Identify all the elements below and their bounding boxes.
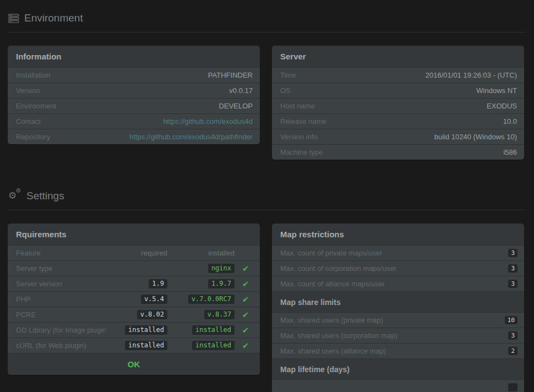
installed-cell: installed: [167, 341, 235, 350]
settings-panels: Rquirements Feature required installed S…: [8, 224, 524, 392]
section-divider: [8, 210, 526, 210]
section-divider: [8, 32, 526, 32]
table-row: Version info build 10240 (Windows 10): [272, 129, 524, 144]
table-row: Version v0.0.17: [8, 83, 260, 98]
table-row: PCRE v.8.02 v.8.37 ✔: [8, 307, 260, 322]
status-cell: ✔: [235, 295, 257, 304]
status-cell: ✔: [235, 310, 257, 320]
required-cell: v.5.4: [106, 295, 167, 304]
table-row: OS Windows NT: [272, 83, 524, 98]
table-row: Max. count of alliance maps/user 3: [272, 276, 524, 291]
row-label: Max. count of private maps/user: [280, 249, 508, 257]
installed-cell: v.8.37: [167, 310, 235, 319]
requirements-panel: Rquirements Feature required installed S…: [8, 224, 260, 375]
environment-panels: Information Installation PATHFINDER Vers…: [8, 46, 524, 160]
row-label: Time: [280, 71, 426, 79]
requirements-status-footer: OK: [8, 353, 260, 375]
value-badge: 3: [508, 331, 517, 340]
value-badge: 3: [508, 249, 517, 257]
value-badge: 2: [508, 347, 517, 355]
settings-section-header: ⚙⚙ Settings: [8, 189, 526, 203]
row-label: Max. count of corporation maps/user: [280, 264, 508, 273]
server-panel: Server Time 2016/01/01 19:26:03 - (UTC) …: [272, 46, 524, 160]
row-value: i586: [503, 148, 517, 156]
row-label: PHP: [16, 295, 106, 303]
table-row: Server version 1.9 1.9.7 ✔: [8, 276, 260, 291]
installed-cell: v.7.0.0RC7: [167, 295, 235, 304]
repository-link[interactable]: https://github.com/exodus4d/pathfinder: [129, 133, 253, 141]
environment-section-title: Environment: [24, 12, 83, 24]
contact-link[interactable]: https://github.com/exodus4d: [163, 117, 253, 126]
required-badge: 1.9: [149, 279, 167, 288]
row-label: Release name: [280, 117, 503, 126]
table-row-partial: [272, 379, 524, 392]
information-panel-title: Information: [8, 46, 260, 67]
table-row: cURL (for Web plugin) installed installe…: [8, 337, 260, 353]
requirements-panel-title: Rquirements: [8, 224, 260, 245]
map-settings-panel: Map restrictions Max. count of private m…: [272, 224, 524, 392]
table-row: Installation PATHFINDER: [8, 67, 260, 83]
table-row: Host name EXODUS: [272, 98, 524, 113]
check-icon: ✔: [242, 279, 249, 289]
row-label: Max. shared users (corporation map): [280, 331, 508, 340]
map-lifetime-title: Map lifetime (days): [272, 358, 524, 379]
table-row: Release name 10.0: [272, 113, 524, 129]
check-icon: ✔: [242, 264, 249, 274]
row-label: Contact: [16, 117, 163, 126]
value-badge: 10: [505, 316, 517, 324]
value-badge: 3: [508, 264, 517, 273]
server-stack-icon: [8, 14, 19, 23]
row-value: 10.0: [503, 117, 517, 126]
check-icon: ✔: [242, 310, 249, 320]
required-badge: installed: [125, 341, 167, 350]
row-value: 2016/01/01 19:26:03 - (UTC): [426, 71, 517, 79]
information-panel: Information Installation PATHFINDER Vers…: [8, 46, 260, 144]
row-label: Server type: [16, 264, 106, 273]
status-cell: ✔: [235, 279, 257, 289]
installed-badge: v.8.37: [204, 310, 235, 319]
settings-section-title: Settings: [26, 190, 64, 202]
table-row: Max. shared users (private map) 10: [272, 312, 524, 328]
requirements-table-header: Feature required installed: [8, 245, 260, 260]
row-label: PCRE: [16, 311, 106, 319]
column-header-installed: installed: [167, 249, 235, 257]
installed-badge: installed: [192, 341, 235, 350]
row-label: Max. count of alliance maps/user: [280, 280, 508, 288]
required-badge: v.8.02: [137, 310, 167, 319]
column-header-feature: Feature: [16, 249, 106, 257]
row-value: build 10240 (Windows 10): [434, 133, 517, 141]
gears-icon: ⚙⚙: [8, 190, 21, 202]
server-panel-title: Server: [272, 46, 524, 67]
required-cell: installed: [106, 325, 167, 335]
environment-section-header: Environment: [8, 11, 526, 25]
row-value: v0.0.17: [229, 86, 253, 95]
installed-badge: nginx: [208, 264, 235, 273]
gear-small-icon: ⚙: [15, 188, 21, 194]
table-row: PHP v.5.4 v.7.0.0RC7 ✔: [8, 291, 260, 307]
row-label: Max. shared users (private map): [280, 316, 505, 324]
check-icon: ✔: [242, 325, 249, 335]
status-cell: ✔: [235, 264, 257, 274]
row-label: cURL (for Web plugin): [16, 341, 106, 350]
row-label: GD Library (for Image plugin): [16, 326, 106, 334]
map-restrictions-title: Map restrictions: [272, 224, 524, 245]
installed-cell: 1.9.7: [167, 279, 235, 288]
value-badge: 3: [508, 280, 517, 288]
check-icon: ✔: [242, 295, 249, 304]
column-header-required: required: [106, 249, 167, 257]
row-label: Machine type: [280, 148, 503, 156]
installed-cell: installed: [167, 325, 235, 335]
installed-cell: nginx: [167, 264, 235, 273]
status-cell: ✔: [235, 325, 257, 335]
row-label: Repository: [16, 133, 129, 141]
check-icon: ✔: [242, 341, 249, 351]
table-row: Max. shared users (alliance map) 2: [272, 343, 524, 358]
table-row: Machine type i586: [272, 144, 524, 160]
table-row: Max. shared users (corporation map) 3: [272, 328, 524, 343]
table-row: Repository https://github.com/exodus4d/p…: [8, 129, 260, 144]
admin-environment-page: Environment Information Installation PAT…: [0, 0, 534, 392]
map-share-limits-title: Map share limits: [272, 291, 524, 312]
row-value: DEVELOP: [219, 102, 253, 110]
row-value: EXODUS: [487, 102, 517, 110]
table-row: Server type nginx ✔: [8, 260, 260, 276]
